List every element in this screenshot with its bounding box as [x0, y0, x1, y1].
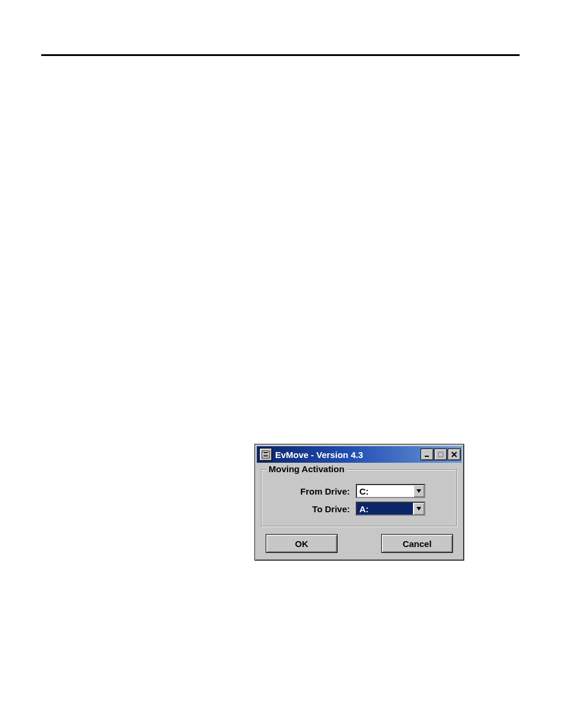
close-button[interactable] [448, 449, 461, 460]
window-title: EvMove - Version 4.3 [275, 450, 420, 460]
to-drive-value: A: [357, 503, 413, 515]
evmove-dialog: EvMove - Version 4.3 Moving Activation F… [254, 444, 464, 561]
maximize-button [434, 449, 447, 460]
svg-rect-1 [263, 452, 268, 453]
window-buttons [420, 449, 461, 460]
svg-marker-7 [416, 489, 421, 493]
group-legend: Moving Activation [266, 464, 347, 474]
client-area: Moving Activation From Drive: C: To Driv… [255, 465, 464, 560]
from-drive-select[interactable]: C: [356, 484, 425, 498]
moving-activation-group: Moving Activation From Drive: C: To Driv… [261, 469, 458, 527]
svg-rect-2 [263, 454, 268, 457]
from-drive-label: From Drive: [267, 486, 356, 496]
to-drive-row: To Drive: A: [267, 502, 451, 516]
ok-button[interactable]: OK [266, 534, 338, 553]
minimize-button[interactable] [421, 449, 434, 460]
title-bar[interactable]: EvMove - Version 4.3 [257, 446, 462, 463]
from-drive-row: From Drive: C: [267, 484, 451, 498]
chevron-down-icon[interactable] [413, 485, 424, 497]
from-drive-value: C: [357, 485, 413, 497]
system-menu-icon[interactable] [259, 448, 272, 461]
to-drive-select[interactable]: A: [356, 502, 425, 516]
cancel-button[interactable]: Cancel [381, 534, 453, 553]
svg-rect-4 [438, 452, 443, 457]
to-drive-label: To Drive: [267, 504, 356, 514]
dialog-buttons: OK Cancel [261, 534, 458, 553]
svg-rect-3 [425, 456, 429, 457]
chevron-down-icon[interactable] [413, 503, 424, 515]
horizontal-rule [41, 54, 520, 56]
svg-marker-8 [416, 507, 421, 510]
